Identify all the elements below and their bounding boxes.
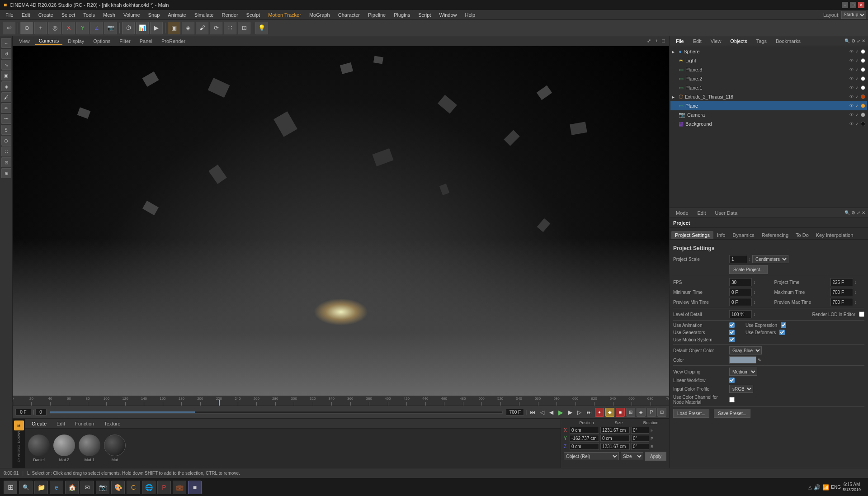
menu-mesh[interactable]: Mesh	[99, 11, 119, 19]
props-tab-project-settings[interactable]: Project Settings	[671, 231, 713, 239]
taskbar-app-6[interactable]: 🌐	[142, 481, 156, 494]
material-item-3[interactable]: Mat.1	[79, 435, 100, 462]
sphere-lock-icon[interactable]: ✓	[855, 49, 859, 54]
max-time-input[interactable]	[830, 288, 853, 296]
use-expression-checkbox[interactable]	[781, 322, 786, 328]
taskbar-file-explorer[interactable]: 📁	[34, 481, 48, 494]
points-button[interactable]: ∷	[224, 22, 236, 34]
viewport-shading[interactable]: 💡	[255, 22, 268, 34]
linear-workflow-checkbox[interactable]	[729, 378, 735, 383]
props-edit-tab[interactable]: Edit	[694, 209, 710, 217]
brush-button[interactable]: 🖌	[196, 22, 208, 34]
color-edit-icon[interactable]: ✎	[758, 358, 761, 363]
props-search-icon[interactable]: 🔍	[844, 210, 850, 215]
material-sphere-3[interactable]	[79, 435, 100, 456]
playback-settings-3[interactable]: P	[647, 408, 656, 417]
bg-lock-icon[interactable]: ✓	[855, 122, 859, 126]
menu-plugins[interactable]: Plugins	[390, 11, 414, 19]
plane-lock-icon[interactable]: ✓	[855, 104, 859, 108]
use-color-channel-checkbox[interactable]	[729, 397, 735, 402]
b-rot-input[interactable]	[631, 443, 649, 450]
taskbar-edge[interactable]: e	[50, 481, 63, 494]
use-deformers-checkbox[interactable]	[779, 330, 785, 335]
vp-tab-cameras[interactable]: Cameras	[35, 37, 63, 45]
props-tab-referencing[interactable]: Referencing	[758, 231, 792, 239]
play-button[interactable]: ▶	[557, 408, 565, 417]
obj-search-icon[interactable]: 🔍	[844, 38, 850, 43]
left-tool-brush[interactable]: 🖌	[1, 92, 11, 102]
goto-start-button[interactable]: ⏮	[528, 408, 537, 416]
vp-icon-1[interactable]: ⤢	[646, 38, 652, 44]
obj-settings-icon[interactable]: ⚙	[851, 38, 855, 43]
frame-counter-input[interactable]	[35, 409, 47, 416]
next-keyframe-button[interactable]: ▶	[566, 408, 574, 416]
left-tool-model[interactable]: ▣	[1, 71, 11, 80]
menu-volume[interactable]: Volume	[120, 11, 144, 19]
maximize-button[interactable]: □	[850, 2, 856, 8]
mat-tab-edit[interactable]: Edit	[53, 420, 69, 427]
taskbar-c4d[interactable]: ■	[188, 481, 202, 494]
add-object-button[interactable]: +	[34, 22, 47, 34]
left-tool-move[interactable]: ↔	[1, 38, 11, 48]
left-tool-rotate[interactable]: ↺	[1, 49, 11, 59]
obj-tab-objects[interactable]: Objects	[726, 38, 750, 45]
left-tool-poly[interactable]: ⬡	[1, 136, 11, 146]
loop-button[interactable]: ⟳	[210, 22, 222, 34]
taskbar-app-8[interactable]: 💼	[173, 481, 186, 494]
menu-script[interactable]: Script	[415, 11, 434, 19]
material-sphere-1[interactable]	[28, 435, 50, 456]
obj-row-plane[interactable]: ▭ Plane 👁 ✓	[670, 101, 867, 110]
tool-x-axis[interactable]: X	[62, 22, 75, 34]
vp-icon-3[interactable]: □	[660, 38, 666, 44]
obj-row-plane2[interactable]: ▭ Plane.2 👁 ✓	[670, 74, 867, 83]
live-select-button[interactable]: ⊙	[20, 22, 33, 34]
z-pos-input[interactable]	[570, 443, 599, 450]
timeline-scrubber[interactable]	[50, 411, 503, 414]
goto-end-button[interactable]: ⏭	[585, 408, 594, 416]
timeline-ruler[interactable]: 0204060801001201401601802002202402602803…	[13, 396, 669, 406]
start-button[interactable]: ⊞	[4, 481, 17, 494]
plane-vis-icon[interactable]: 👁	[849, 104, 854, 108]
material-item-2[interactable]: Mat.2	[53, 435, 75, 462]
end-frame-input[interactable]	[506, 409, 524, 416]
coordinate-system-select[interactable]: Object (Rel)	[564, 452, 619, 460]
vp-tab-panel[interactable]: Panel	[136, 38, 156, 45]
obj-row-background[interactable]: ▩ Background 👁 ✓	[670, 119, 867, 128]
sphere-vis-icon[interactable]: 👁	[849, 49, 854, 54]
material-sphere-4[interactable]	[104, 435, 126, 456]
save-preset-button[interactable]: Save Preset...	[714, 409, 750, 418]
props-tab-todo[interactable]: To Do	[792, 231, 812, 239]
menu-animate[interactable]: Animate	[164, 11, 189, 19]
layout-select[interactable]: Startup	[841, 11, 866, 19]
obj-close-icon[interactable]: ✕	[862, 38, 865, 43]
tray-icon-3[interactable]: 📶	[822, 484, 829, 491]
taskbar-app-3[interactable]: 📷	[96, 481, 109, 494]
tool-z-axis[interactable]: Z	[90, 22, 103, 34]
menu-file[interactable]: File	[2, 11, 17, 19]
current-frame-input[interactable]	[15, 409, 31, 416]
vp-tab-view[interactable]: View	[15, 38, 33, 45]
menu-snap[interactable]: Snap	[145, 11, 164, 19]
left-tool-spline[interactable]: 〜	[1, 114, 11, 124]
obj-tab-view[interactable]: View	[707, 38, 725, 45]
taskbar-app-1[interactable]: 🏠	[65, 481, 79, 494]
left-tool-pen[interactable]: ✏	[1, 103, 11, 113]
main-viewport[interactable]	[13, 46, 669, 396]
props-userdata-tab[interactable]: User Data	[712, 209, 741, 217]
extrude-expand-icon[interactable]: ▸	[672, 94, 677, 99]
mat-tab-function[interactable]: Function	[71, 420, 98, 427]
obj-tab-bookmarks[interactable]: Bookmarks	[772, 38, 804, 45]
default-obj-color-select[interactable]: Gray-Blue	[729, 346, 762, 354]
y-size-input[interactable]	[600, 435, 630, 442]
menu-edit[interactable]: Edit	[18, 11, 34, 19]
plane1-lock-icon[interactable]: ✓	[855, 85, 859, 90]
extrude-vis-icon[interactable]: 👁	[849, 94, 854, 99]
playback-settings-4[interactable]: ⊡	[657, 408, 666, 417]
menu-render[interactable]: Render	[218, 11, 241, 19]
props-expand-icon[interactable]: ⤢	[857, 210, 860, 215]
camera-lock-icon[interactable]: ✓	[855, 113, 859, 117]
input-color-profile-select[interactable]: sRGB	[729, 385, 753, 393]
left-tool-scale[interactable]: ⤡	[1, 60, 11, 70]
close-button[interactable]: ✕	[858, 2, 864, 8]
menu-mograph[interactable]: MoGraph	[306, 11, 334, 19]
